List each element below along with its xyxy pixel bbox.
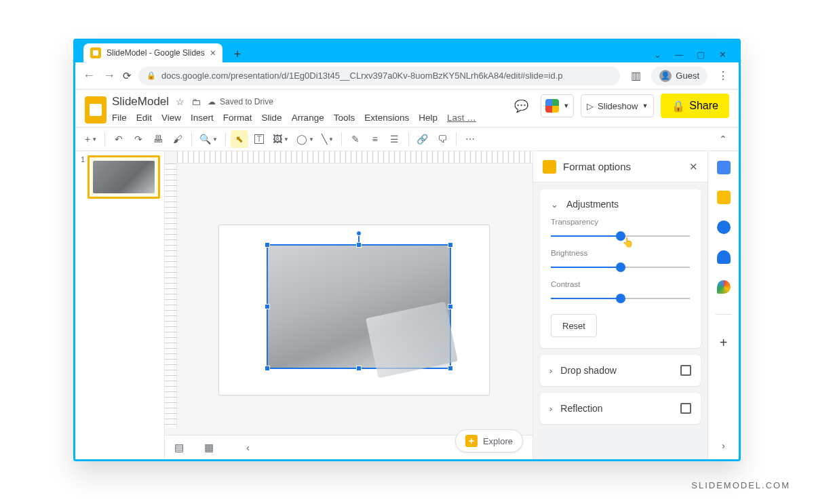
menu-extensions[interactable]: Extensions — [364, 113, 409, 123]
paint-format-icon[interactable]: 🖌 — [169, 130, 187, 148]
url-field[interactable]: 🔒 docs.google.com/presentation/d/1Eg0Di1… — [138, 66, 620, 85]
keep-app-icon[interactable] — [717, 191, 731, 204]
resize-handle[interactable] — [448, 366, 453, 371]
maps-app-icon[interactable] — [717, 280, 731, 294]
slideshow-button[interactable]: ▷Slideshow▼ — [581, 94, 654, 117]
adjustments-header[interactable]: ⌄ Adjustments — [551, 199, 690, 210]
calendar-app-icon[interactable] — [717, 161, 731, 174]
guest-label: Guest — [676, 71, 699, 81]
tasks-app-icon[interactable] — [717, 220, 731, 234]
comments-icon[interactable]: 💬 — [509, 94, 534, 117]
menu-arrange[interactable]: Arrange — [292, 113, 324, 123]
contrast-slider[interactable] — [551, 294, 690, 303]
filmstrip-view-icon[interactable]: ▤ — [174, 442, 184, 454]
reload-icon[interactable]: ⟳ — [123, 70, 132, 82]
resize-handle[interactable] — [265, 242, 270, 248]
format-panel-title: Format options — [563, 161, 631, 172]
print-icon[interactable]: 🖶 — [149, 130, 167, 148]
avatar-icon: 👤 — [659, 70, 672, 82]
resize-handle[interactable] — [265, 366, 270, 371]
resize-handle[interactable] — [356, 242, 362, 248]
slide-panel[interactable]: 1 — [75, 151, 165, 459]
nav-forward-icon[interactable]: → — [102, 69, 116, 83]
close-window-icon[interactable]: ✕ — [718, 50, 726, 58]
collapse-toolbar-icon[interactable]: ⌃ — [714, 130, 732, 148]
drop-shadow-checkbox[interactable] — [680, 365, 691, 376]
kebab-menu-icon[interactable]: ⋮ — [714, 67, 732, 85]
canvas[interactable] — [165, 163, 532, 435]
explore-icon — [465, 435, 478, 447]
new-slide-button[interactable]: +▼ — [82, 130, 100, 148]
resize-handle[interactable] — [448, 242, 453, 248]
close-tab-icon[interactable]: × — [210, 47, 216, 58]
menu-last-edit[interactable]: Last … — [447, 113, 476, 123]
close-panel-icon[interactable]: ✕ — [689, 161, 698, 173]
menu-slide[interactable]: Slide — [262, 113, 282, 123]
selected-image[interactable] — [267, 244, 451, 369]
slide-thumbnail[interactable] — [88, 155, 160, 199]
textbox-tool-icon[interactable]: 🅃 — [250, 130, 268, 148]
image-tool-icon[interactable]: 🖼▼ — [270, 130, 292, 148]
menu-help[interactable]: Help — [419, 113, 438, 123]
redo-icon[interactable]: ↷ — [130, 130, 147, 148]
new-tab-button[interactable]: + — [229, 46, 246, 62]
rotate-handle[interactable] — [356, 231, 362, 236]
window-controls: ⌄ — ▢ ✕ — [653, 50, 733, 62]
menu-view[interactable]: View — [161, 113, 181, 123]
browser-tab[interactable]: SlideModel - Google Slides × — [83, 43, 222, 62]
panel-toggle-icon[interactable]: ▥ — [627, 67, 644, 85]
star-icon[interactable]: ☆ — [176, 96, 185, 107]
minimize-icon[interactable]: — — [675, 50, 683, 58]
border-color-icon[interactable]: ✎ — [347, 130, 364, 148]
hide-side-panel-icon[interactable]: › — [722, 440, 725, 451]
slides-logo-icon[interactable] — [85, 96, 106, 123]
maximize-icon[interactable]: ▢ — [697, 50, 705, 58]
menu-file[interactable]: File — [112, 113, 127, 123]
resize-handle[interactable] — [356, 366, 362, 371]
tab-title: SlideModel - Google Slides — [106, 48, 205, 58]
explore-button[interactable]: Explore — [455, 429, 523, 452]
move-folder-icon[interactable]: 🗀 — [191, 96, 201, 107]
cloud-icon: ☁ — [208, 97, 216, 106]
format-panel-icon — [543, 160, 556, 174]
slide[interactable] — [218, 225, 490, 395]
brightness-label: Brightness — [551, 249, 690, 257]
resize-handle[interactable] — [265, 304, 270, 309]
brightness-slider[interactable] — [551, 263, 690, 272]
menu-tools[interactable]: Tools — [334, 113, 355, 123]
reset-button[interactable]: Reset — [551, 314, 597, 337]
transparency-slider[interactable]: 👆 — [551, 231, 690, 241]
resize-handle[interactable] — [448, 304, 453, 309]
titlebar: SlideModel - Google Slides × + ⌄ — ▢ ✕ — [75, 41, 739, 62]
link-icon[interactable]: 🔗 — [414, 130, 431, 148]
menu-format[interactable]: Format — [223, 113, 252, 123]
border-weight-icon[interactable]: ≡ — [366, 130, 384, 148]
line-tool-icon[interactable]: ╲▼ — [319, 130, 336, 148]
menubar: File Edit View Insert Format Slide Arran… — [112, 110, 503, 127]
contacts-app-icon[interactable] — [717, 250, 731, 264]
menu-edit[interactable]: Edit — [136, 113, 152, 123]
profile-chip[interactable]: 👤 Guest — [651, 66, 708, 85]
comment-add-icon[interactable]: 🗨 — [433, 130, 451, 148]
doc-title[interactable]: SlideModel — [112, 95, 169, 109]
nav-back-icon[interactable]: ← — [82, 69, 96, 83]
meet-button[interactable]: ▼ — [541, 94, 574, 117]
chevron-down-icon[interactable]: ⌄ — [653, 50, 661, 58]
drop-shadow-section[interactable]: › Drop shadow — [540, 355, 701, 386]
undo-icon[interactable]: ↶ — [110, 130, 128, 148]
reflection-checkbox[interactable] — [680, 403, 691, 414]
thumb-number: 1 — [81, 155, 85, 199]
more-icon[interactable]: ⋯ — [461, 130, 479, 148]
browser-window: SlideModel - Google Slides × + ⌄ — ▢ ✕ ←… — [73, 39, 741, 461]
share-button[interactable]: 🔒Share — [661, 94, 729, 118]
shape-tool-icon[interactable]: ◯▼ — [294, 130, 317, 148]
select-tool-icon[interactable]: ⬉ — [231, 130, 248, 148]
chevron-right-icon: › — [549, 404, 552, 414]
reflection-section[interactable]: › Reflection — [540, 393, 701, 424]
zoom-icon[interactable]: 🔍▼ — [197, 130, 220, 148]
grid-view-icon[interactable]: ▦ — [204, 442, 214, 454]
menu-insert[interactable]: Insert — [191, 113, 214, 123]
addons-plus-icon[interactable]: + — [720, 335, 728, 351]
speaker-notes-toggle-icon[interactable]: ‹ — [246, 442, 250, 453]
border-dash-icon[interactable]: ☰ — [386, 130, 404, 148]
